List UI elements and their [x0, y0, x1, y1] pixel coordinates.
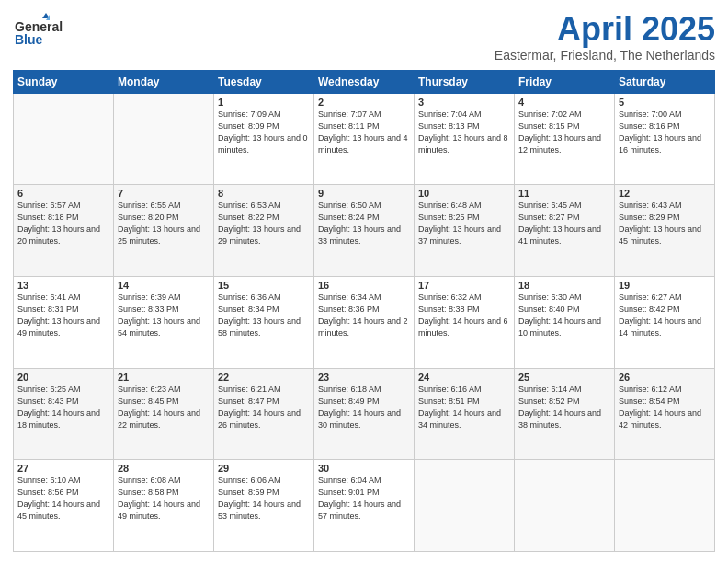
day-info: Sunrise: 6:23 AM Sunset: 8:45 PM Dayligh… — [118, 384, 210, 431]
table-row: 2Sunrise: 7:07 AM Sunset: 8:11 PM Daylig… — [314, 93, 415, 185]
month-title: April 2025 — [495, 11, 715, 48]
col-sunday: Sunday — [14, 70, 114, 93]
day-number: 6 — [17, 188, 109, 199]
table-row: 9Sunrise: 6:50 AM Sunset: 8:24 PM Daylig… — [314, 185, 415, 277]
col-wednesday: Wednesday — [314, 70, 415, 93]
table-row: 12Sunrise: 6:43 AM Sunset: 8:29 PM Dayli… — [615, 185, 715, 277]
table-row: 21Sunrise: 6:23 AM Sunset: 8:45 PM Dayli… — [114, 368, 214, 460]
svg-text:Blue: Blue — [15, 32, 43, 47]
day-number: 30 — [318, 463, 410, 474]
table-row: 19Sunrise: 6:27 AM Sunset: 8:42 PM Dayli… — [615, 276, 715, 368]
calendar-header-row: Sunday Monday Tuesday Wednesday Thursday… — [14, 70, 715, 93]
col-friday: Friday — [515, 70, 615, 93]
table-row: 14Sunrise: 6:39 AM Sunset: 8:33 PM Dayli… — [114, 276, 214, 368]
day-number: 18 — [518, 280, 610, 291]
day-number: 22 — [218, 372, 310, 383]
day-info: Sunrise: 6:04 AM Sunset: 9:01 PM Dayligh… — [318, 475, 410, 523]
day-number: 3 — [418, 97, 510, 108]
day-info: Sunrise: 6:25 AM Sunset: 8:43 PM Dayligh… — [17, 384, 109, 431]
day-info: Sunrise: 6:57 AM Sunset: 8:18 PM Dayligh… — [17, 200, 109, 247]
day-number: 1 — [218, 97, 310, 108]
day-number: 11 — [518, 188, 610, 199]
day-number: 4 — [518, 97, 610, 108]
calendar-week-row: 20Sunrise: 6:25 AM Sunset: 8:43 PM Dayli… — [14, 368, 715, 460]
day-info: Sunrise: 7:04 AM Sunset: 8:13 PM Dayligh… — [418, 109, 510, 156]
table-row: 28Sunrise: 6:08 AM Sunset: 8:58 PM Dayli… — [114, 460, 214, 552]
table-row: 7Sunrise: 6:55 AM Sunset: 8:20 PM Daylig… — [114, 185, 214, 277]
calendar-table: Sunday Monday Tuesday Wednesday Thursday… — [13, 70, 715, 552]
day-number: 12 — [619, 188, 711, 199]
day-number: 23 — [318, 372, 410, 383]
calendar-week-row: 6Sunrise: 6:57 AM Sunset: 8:18 PM Daylig… — [14, 185, 715, 277]
table-row: 4Sunrise: 7:02 AM Sunset: 8:15 PM Daylig… — [515, 93, 615, 185]
day-info: Sunrise: 6:53 AM Sunset: 8:22 PM Dayligh… — [218, 200, 310, 247]
day-info: Sunrise: 7:09 AM Sunset: 8:09 PM Dayligh… — [218, 109, 310, 156]
col-saturday: Saturday — [615, 70, 715, 93]
calendar-week-row: 27Sunrise: 6:10 AM Sunset: 8:56 PM Dayli… — [14, 460, 715, 552]
day-info: Sunrise: 6:08 AM Sunset: 8:58 PM Dayligh… — [118, 475, 210, 523]
table-row: 18Sunrise: 6:30 AM Sunset: 8:40 PM Dayli… — [515, 276, 615, 368]
day-info: Sunrise: 6:10 AM Sunset: 8:56 PM Dayligh… — [17, 475, 109, 523]
table-row: 8Sunrise: 6:53 AM Sunset: 8:22 PM Daylig… — [214, 185, 314, 277]
table-row: 23Sunrise: 6:18 AM Sunset: 8:49 PM Dayli… — [314, 368, 415, 460]
page: General Blue April 2025 Eastermar, Fries… — [0, 0, 728, 563]
col-monday: Monday — [114, 70, 214, 93]
table-row — [415, 460, 515, 552]
day-info: Sunrise: 7:07 AM Sunset: 8:11 PM Dayligh… — [318, 109, 410, 156]
day-info: Sunrise: 6:14 AM Sunset: 8:52 PM Dayligh… — [518, 384, 610, 431]
day-info: Sunrise: 6:48 AM Sunset: 8:25 PM Dayligh… — [418, 200, 510, 247]
day-info: Sunrise: 6:30 AM Sunset: 8:40 PM Dayligh… — [518, 292, 610, 339]
table-row — [14, 93, 114, 185]
day-number: 25 — [518, 372, 610, 383]
day-info: Sunrise: 6:41 AM Sunset: 8:31 PM Dayligh… — [17, 292, 109, 339]
day-info: Sunrise: 6:27 AM Sunset: 8:42 PM Dayligh… — [619, 292, 711, 339]
day-number: 20 — [17, 372, 109, 383]
day-number: 27 — [17, 463, 109, 474]
table-row — [114, 93, 214, 185]
table-row: 11Sunrise: 6:45 AM Sunset: 8:27 PM Dayli… — [515, 185, 615, 277]
table-row: 3Sunrise: 7:04 AM Sunset: 8:13 PM Daylig… — [415, 93, 515, 185]
day-info: Sunrise: 6:39 AM Sunset: 8:33 PM Dayligh… — [118, 292, 210, 339]
day-info: Sunrise: 6:50 AM Sunset: 8:24 PM Dayligh… — [318, 200, 410, 247]
day-number: 24 — [418, 372, 510, 383]
table-row: 20Sunrise: 6:25 AM Sunset: 8:43 PM Dayli… — [14, 368, 114, 460]
table-row: 1Sunrise: 7:09 AM Sunset: 8:09 PM Daylig… — [214, 93, 314, 185]
day-info: Sunrise: 6:43 AM Sunset: 8:29 PM Dayligh… — [619, 200, 711, 247]
table-row: 13Sunrise: 6:41 AM Sunset: 8:31 PM Dayli… — [14, 276, 114, 368]
day-number: 9 — [318, 188, 410, 199]
table-row: 26Sunrise: 6:12 AM Sunset: 8:54 PM Dayli… — [615, 368, 715, 460]
day-number: 13 — [17, 280, 109, 291]
table-row: 30Sunrise: 6:04 AM Sunset: 9:01 PM Dayli… — [314, 460, 415, 552]
location: Eastermar, Friesland, The Netherlands — [495, 48, 715, 63]
table-row: 22Sunrise: 6:21 AM Sunset: 8:47 PM Dayli… — [214, 368, 314, 460]
day-number: 2 — [318, 97, 410, 108]
day-number: 28 — [118, 463, 210, 474]
col-tuesday: Tuesday — [214, 70, 314, 93]
logo: General Blue — [13, 11, 86, 50]
table-row — [615, 460, 715, 552]
table-row: 6Sunrise: 6:57 AM Sunset: 8:18 PM Daylig… — [14, 185, 114, 277]
day-number: 15 — [218, 280, 310, 291]
day-info: Sunrise: 7:00 AM Sunset: 8:16 PM Dayligh… — [619, 109, 711, 156]
day-info: Sunrise: 6:45 AM Sunset: 8:27 PM Dayligh… — [518, 200, 610, 247]
table-row: 24Sunrise: 6:16 AM Sunset: 8:51 PM Dayli… — [415, 368, 515, 460]
table-row: 16Sunrise: 6:34 AM Sunset: 8:36 PM Dayli… — [314, 276, 415, 368]
table-row: 5Sunrise: 7:00 AM Sunset: 8:16 PM Daylig… — [615, 93, 715, 185]
day-number: 19 — [619, 280, 711, 291]
table-row: 17Sunrise: 6:32 AM Sunset: 8:38 PM Dayli… — [415, 276, 515, 368]
table-row: 25Sunrise: 6:14 AM Sunset: 8:52 PM Dayli… — [515, 368, 615, 460]
day-info: Sunrise: 6:32 AM Sunset: 8:38 PM Dayligh… — [418, 292, 510, 339]
day-number: 7 — [118, 188, 210, 199]
day-info: Sunrise: 6:12 AM Sunset: 8:54 PM Dayligh… — [619, 384, 711, 431]
day-info: Sunrise: 6:16 AM Sunset: 8:51 PM Dayligh… — [418, 384, 510, 431]
day-number: 26 — [619, 372, 711, 383]
calendar-week-row: 13Sunrise: 6:41 AM Sunset: 8:31 PM Dayli… — [14, 276, 715, 368]
day-info: Sunrise: 6:34 AM Sunset: 8:36 PM Dayligh… — [318, 292, 410, 339]
table-row: 27Sunrise: 6:10 AM Sunset: 8:56 PM Dayli… — [14, 460, 114, 552]
table-row: 15Sunrise: 6:36 AM Sunset: 8:34 PM Dayli… — [214, 276, 314, 368]
table-row: 29Sunrise: 6:06 AM Sunset: 8:59 PM Dayli… — [214, 460, 314, 552]
day-info: Sunrise: 6:06 AM Sunset: 8:59 PM Dayligh… — [218, 475, 310, 523]
day-number: 16 — [318, 280, 410, 291]
col-thursday: Thursday — [415, 70, 515, 93]
calendar-week-row: 1Sunrise: 7:09 AM Sunset: 8:09 PM Daylig… — [14, 93, 715, 185]
